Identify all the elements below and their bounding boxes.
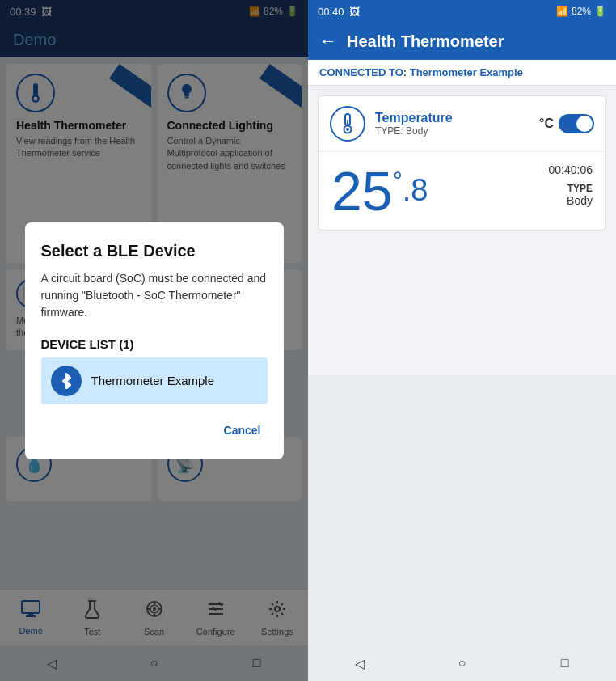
temp-time: 00:40:06 bbox=[549, 163, 593, 176]
right-status-bar: 00:40 🖼 📶 82% 🔋 bbox=[308, 0, 616, 23]
left-panel: 00:39 🖼 📶 82% 🔋 Demo Health Thermometer bbox=[0, 0, 308, 681]
home-btn-right[interactable]: ○ bbox=[449, 650, 475, 676]
right-panel: 00:40 🖼 📶 82% 🔋 ← Health Thermometer CON… bbox=[308, 0, 616, 681]
right-content: Temperature TYPE: Body °C 25 ° bbox=[308, 86, 616, 375]
device-name: Thermometer Example bbox=[91, 374, 215, 387]
recents-btn-right[interactable]: □ bbox=[552, 650, 578, 676]
right-app-header: ← Health Thermometer bbox=[308, 23, 616, 60]
thermometer-reading-icon bbox=[339, 113, 357, 134]
temp-type-header: TYPE: Body bbox=[375, 125, 530, 137]
back-button-right[interactable]: ← bbox=[319, 31, 337, 52]
therm-icon-circle bbox=[330, 106, 365, 142]
right-bottom-gray bbox=[308, 375, 616, 645]
temp-unit-area: °C bbox=[539, 114, 594, 133]
right-time: 00:40 bbox=[318, 6, 344, 18]
type-value: Body bbox=[406, 125, 428, 137]
right-notification-icon: 🖼 bbox=[349, 6, 360, 18]
toggle-knob bbox=[576, 116, 593, 132]
temperature-value: 25 ° .8 bbox=[331, 163, 428, 218]
connected-to-text: CONNECTED TO: Thermometer Example bbox=[319, 66, 523, 78]
temp-degree-symbol: ° bbox=[393, 168, 403, 192]
right-signal-icon: 📶 bbox=[556, 6, 568, 17]
temp-meta: 00:40:06 TYPE Body bbox=[549, 163, 593, 214]
ble-icon bbox=[51, 366, 82, 396]
modal-desc: A circuit board (SoC) must be connected … bbox=[41, 270, 268, 321]
unit-label: °C bbox=[539, 116, 554, 131]
type-body-value: Body bbox=[549, 194, 593, 207]
type-label-small: TYPE bbox=[549, 183, 593, 194]
temp-whole: 25 bbox=[331, 163, 393, 218]
back-btn-right[interactable]: ◁ bbox=[347, 650, 373, 676]
connected-bar: CONNECTED TO: Thermometer Example bbox=[308, 60, 616, 86]
temp-label-area: Temperature TYPE: Body bbox=[375, 111, 530, 137]
svg-point-20 bbox=[346, 128, 349, 131]
modal-overlay: Select a BLE Device A circuit board (SoC… bbox=[0, 0, 308, 681]
right-sys-nav: ◁ ○ □ bbox=[308, 645, 616, 681]
device-item-thermometer[interactable]: Thermometer Example bbox=[41, 357, 268, 404]
right-header-title: Health Thermometer bbox=[347, 32, 504, 51]
celsius-toggle[interactable] bbox=[559, 114, 594, 133]
temp-label: Temperature bbox=[375, 111, 530, 125]
temp-decimal: .8 bbox=[403, 175, 428, 205]
right-battery-text: 82% bbox=[572, 6, 591, 17]
svg-rect-18 bbox=[347, 120, 348, 125]
right-battery-icon: 🔋 bbox=[594, 6, 606, 17]
ble-device-modal: Select a BLE Device A circuit board (SoC… bbox=[25, 222, 284, 459]
temperature-card: Temperature TYPE: Body °C 25 ° bbox=[318, 95, 606, 231]
cancel-button[interactable]: Cancel bbox=[217, 421, 268, 440]
modal-cancel-area: Cancel bbox=[41, 421, 268, 440]
device-list-header: DEVICE LIST (1) bbox=[41, 337, 268, 351]
temp-card-header: Temperature TYPE: Body °C bbox=[319, 96, 605, 152]
modal-title: Select a BLE Device bbox=[41, 242, 268, 260]
temp-reading-area: 25 ° .8 00:40:06 TYPE Body bbox=[319, 152, 605, 230]
type-prefix: TYPE: bbox=[375, 125, 403, 137]
